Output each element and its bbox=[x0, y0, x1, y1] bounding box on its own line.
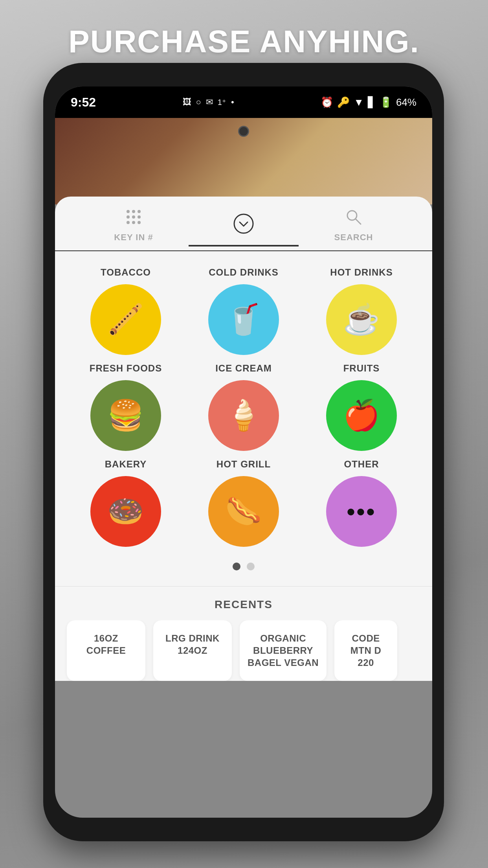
svg-line-11 bbox=[356, 219, 361, 224]
hero-image bbox=[55, 118, 432, 204]
phone-screen: 9:52 🖼 ○ ✉ 1⁺ • ⏰ 🔑 ▼ ▋ 🔋 64% bbox=[55, 86, 432, 818]
bakery-label: BAKERY bbox=[105, 459, 147, 470]
hot-drink-icon: ☕ bbox=[343, 302, 380, 337]
category-bakery[interactable]: BAKERY 🍩 bbox=[71, 459, 181, 547]
bakery-circle: 🍩 bbox=[90, 476, 161, 547]
fruit-icon: 🍎 bbox=[343, 398, 380, 433]
fruits-label: FRUITS bbox=[343, 363, 380, 374]
recent-label-3: ORGANICBLUEBERRYBAGEL VEGAN bbox=[248, 632, 319, 669]
app-title: PURCHASE ANYHING. bbox=[0, 24, 488, 60]
svg-point-0 bbox=[127, 210, 130, 213]
recent-item-1[interactable]: 16OZCOFFEE bbox=[67, 620, 145, 681]
recents-section: RECENTS 16OZCOFFEE LRG DRINK124OZ ORGANI… bbox=[55, 586, 432, 681]
category-hot-drinks[interactable]: HOT DRINKS ☕ bbox=[306, 267, 416, 355]
recents-list: 16OZCOFFEE LRG DRINK124OZ ORGANICBLUEBER… bbox=[55, 620, 432, 681]
wifi-icon: ▼ bbox=[354, 96, 364, 108]
battery-icon: 🔋 bbox=[380, 96, 392, 108]
category-tobacco[interactable]: TOBACCO 🪈 bbox=[71, 267, 181, 355]
svg-point-2 bbox=[138, 210, 141, 213]
circle-icon: ○ bbox=[196, 97, 201, 107]
tab-search[interactable]: SEARCH bbox=[299, 208, 409, 250]
cold-drinks-label: COLD DRINKS bbox=[209, 267, 279, 278]
svg-point-7 bbox=[132, 221, 135, 224]
category-fruits[interactable]: FRUITS 🍎 bbox=[306, 363, 416, 451]
recent-label-2: LRG DRINK124OZ bbox=[161, 632, 224, 657]
svg-point-9 bbox=[234, 214, 253, 233]
browse-icon bbox=[233, 213, 254, 238]
svg-point-5 bbox=[138, 215, 141, 219]
fresh-foods-label: FRESH FOODS bbox=[90, 363, 162, 374]
cold-drinks-circle: 🥤 bbox=[208, 284, 279, 355]
recent-label-4: CODEMTN D220 bbox=[342, 632, 389, 669]
ice-cream-label: ICE CREAM bbox=[215, 363, 272, 374]
hot-grill-circle: 🌭 bbox=[208, 476, 279, 547]
bakery-icon: 🍩 bbox=[107, 494, 144, 529]
tobacco-label: TOBACCO bbox=[101, 267, 151, 278]
category-cold-drinks[interactable]: COLD DRINKS 🥤 bbox=[189, 267, 299, 355]
svg-point-8 bbox=[138, 221, 141, 224]
photo-icon: 🖼 bbox=[183, 97, 191, 107]
phone-frame: 9:52 🖼 ○ ✉ 1⁺ • ⏰ 🔑 ▼ ▋ 🔋 64% bbox=[43, 63, 444, 841]
status-bar: 9:52 🖼 ○ ✉ 1⁺ • ⏰ 🔑 ▼ ▋ 🔋 64% bbox=[55, 86, 432, 118]
search-icon bbox=[345, 208, 362, 229]
notification-icon: 1⁺ bbox=[218, 97, 226, 107]
svg-point-1 bbox=[132, 210, 135, 213]
other-label: OTHER bbox=[344, 459, 379, 470]
cold-drink-icon: 🥤 bbox=[225, 302, 262, 337]
page-dot-2[interactable] bbox=[247, 563, 255, 570]
recents-title: RECENTS bbox=[55, 598, 432, 611]
battery-percent: 64% bbox=[396, 96, 416, 108]
category-hot-grill[interactable]: HOT GRILL 🌭 bbox=[189, 459, 299, 547]
category-ice-cream[interactable]: ICE CREAM 🍦 bbox=[189, 363, 299, 451]
card-panel: KEY IN # bbox=[55, 197, 432, 586]
ice-cream-icon: 🍦 bbox=[225, 398, 262, 433]
nav-tabs: KEY IN # bbox=[55, 197, 432, 251]
tab-key-in[interactable]: KEY IN # bbox=[79, 208, 189, 250]
alarm-icon: ⏰ bbox=[321, 96, 333, 108]
page-dot-1[interactable] bbox=[233, 563, 240, 570]
fruits-circle: 🍎 bbox=[326, 380, 397, 451]
other-icon: ••• bbox=[347, 498, 376, 525]
recent-item-4[interactable]: CODEMTN D220 bbox=[334, 620, 397, 681]
hot-grill-icon: 🌭 bbox=[225, 494, 262, 529]
recent-item-3[interactable]: ORGANICBLUEBERRYBAGEL VEGAN bbox=[240, 620, 327, 681]
fresh-food-icon: 🍔 bbox=[107, 398, 144, 433]
other-circle: ••• bbox=[326, 476, 397, 547]
mail-icon: ✉ bbox=[206, 97, 213, 107]
tobacco-icon: 🪈 bbox=[107, 302, 144, 337]
svg-point-3 bbox=[127, 215, 130, 219]
status-right-icons: ⏰ 🔑 ▼ ▋ 🔋 64% bbox=[321, 96, 416, 108]
signal-icon: ▋ bbox=[368, 96, 376, 108]
hot-drinks-label: HOT DRINKS bbox=[330, 267, 393, 278]
tab-key-in-label: KEY IN # bbox=[114, 232, 153, 243]
fresh-foods-circle: 🍔 bbox=[90, 380, 161, 451]
key-icon: 🔑 bbox=[337, 96, 350, 108]
tab-search-label: SEARCH bbox=[334, 232, 373, 243]
status-time: 9:52 bbox=[71, 95, 96, 110]
hot-grill-label: HOT GRILL bbox=[216, 459, 271, 470]
pagination bbox=[55, 555, 432, 578]
dot-icon: • bbox=[231, 97, 234, 107]
svg-point-6 bbox=[127, 221, 130, 224]
hot-drinks-circle: ☕ bbox=[326, 284, 397, 355]
recent-item-2[interactable]: LRG DRINK124OZ bbox=[153, 620, 232, 681]
category-other[interactable]: OTHER ••• bbox=[306, 459, 416, 547]
recent-label-1: 16OZCOFFEE bbox=[75, 632, 138, 657]
status-left-icons: 🖼 ○ ✉ 1⁺ • bbox=[183, 97, 234, 107]
tab-browse[interactable] bbox=[189, 213, 299, 246]
camera bbox=[238, 126, 249, 137]
ice-cream-circle: 🍦 bbox=[208, 380, 279, 451]
category-fresh-foods[interactable]: FRESH FOODS 🍔 bbox=[71, 363, 181, 451]
tobacco-circle: 🪈 bbox=[90, 284, 161, 355]
keypad-icon bbox=[125, 208, 142, 229]
category-grid: TOBACCO 🪈 COLD DRINKS 🥤 HOT DRINKS bbox=[55, 251, 432, 555]
svg-point-4 bbox=[132, 215, 135, 219]
